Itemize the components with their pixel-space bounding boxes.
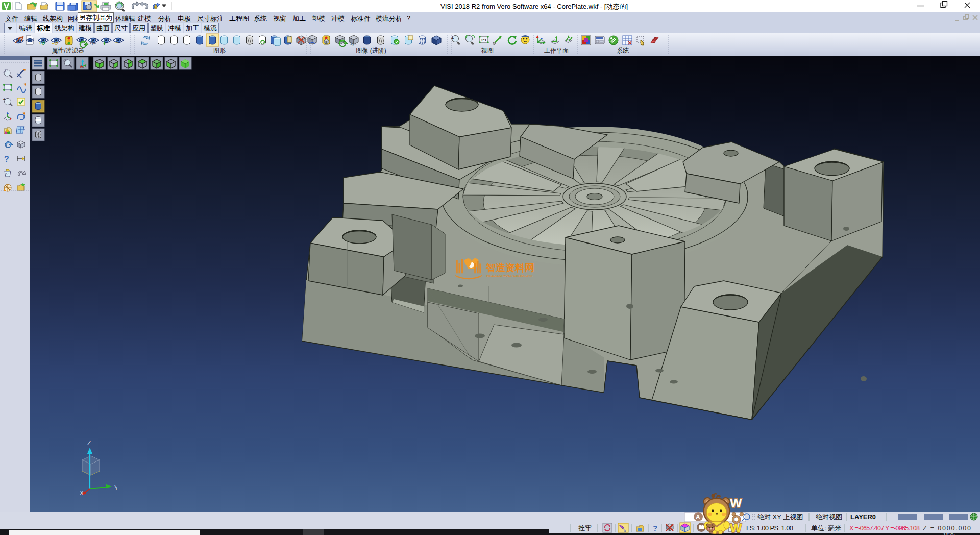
svg-text:工作平面: 工作平面: [544, 47, 569, 54]
svg-text:+: +: [103, 40, 106, 47]
svg-text:Z: Z: [87, 440, 91, 447]
svg-text:X: X: [80, 490, 84, 495]
svg-text:智造资料网: 智造资料网: [485, 262, 534, 273]
svg-text:Z = 0000.000: Z = 0000.000: [923, 525, 971, 532]
svg-text:图像 (进阶): 图像 (进阶): [356, 47, 386, 54]
svg-text:+/−: +/−: [350, 41, 357, 47]
svg-text:系统: 系统: [617, 47, 629, 54]
svg-text:X =-0657.407 Y =-0965.108: X =-0657.407 Y =-0965.108: [849, 525, 920, 532]
svg-text:W: W: [730, 496, 742, 510]
svg-text:+↺: +↺: [39, 41, 45, 46]
svg-text:LS: 1.00 PS: 1.00: LS: 1.00 PS: 1.00: [746, 524, 793, 532]
svg-text:LAYER0: LAYER0: [850, 513, 876, 521]
svg-text:±: ±: [451, 35, 454, 40]
svg-text:?: ?: [653, 524, 657, 532]
svg-text:−↺: −↺: [52, 41, 58, 46]
svg-text:+: +: [3, 97, 6, 102]
svg-text:−: −: [115, 39, 118, 46]
svg-text:INTELLIGENT MANUFACTURING DATA: INTELLIGENT MANUFACTURING DATA: [486, 274, 532, 277]
svg-text:绝对 XY 上视图: 绝对 XY 上视图: [757, 513, 803, 521]
svg-text:?: ?: [4, 155, 9, 163]
svg-text:图形: 图形: [213, 47, 226, 54]
svg-text:属性/过滤器: 属性/过滤器: [52, 47, 84, 54]
svg-text:绝对视图: 绝对视图: [816, 513, 842, 521]
svg-text:视图: 视图: [481, 47, 494, 54]
svg-text:Y: Y: [114, 484, 117, 492]
svg-text:拴牢: 拴牢: [578, 524, 592, 532]
svg-text:单位: 毫米: 单位: 毫米: [811, 524, 841, 532]
svg-text:+/−: +/−: [89, 41, 96, 46]
svg-text:1:1: 1:1: [481, 38, 487, 42]
svg-text:W: W: [730, 521, 742, 535]
